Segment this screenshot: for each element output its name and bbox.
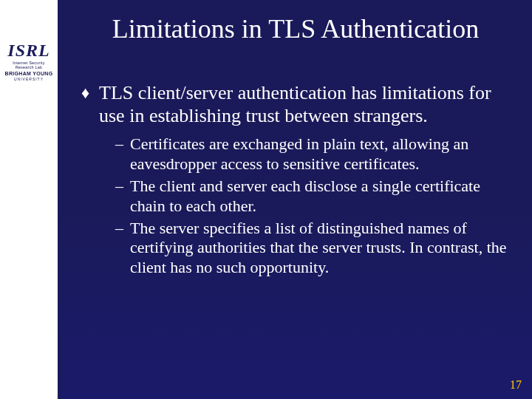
dash-bullet-icon: –: [115, 177, 130, 196]
page-number: 17: [510, 378, 522, 392]
sub-bullet-text: The server specifies a list of distingui…: [130, 219, 510, 277]
sub-bullet-text: The client and server each disclose a si…: [130, 177, 510, 216]
logo-university: BRIGHAM YOUNG: [3, 71, 55, 77]
logo-subtitle: Internet Security Research Lab: [3, 61, 55, 69]
logo-main: ISRL: [3, 41, 55, 59]
content-area: ♦ TLS client/server authentication has l…: [81, 81, 510, 280]
sub-bullet-text: Certificates are exchanged in plain text…: [130, 134, 510, 174]
slide-title: Limitations in TLS Authentication: [74, 13, 517, 44]
sub-list: – Certificates are exchanged in plain te…: [115, 134, 510, 277]
bullet-item: ♦ TLS client/server authentication has l…: [81, 81, 510, 127]
list-item: – The client and server each disclose a …: [115, 177, 510, 216]
sidebar: ISRL Internet Security Research Lab BRIG…: [0, 0, 58, 399]
diamond-bullet-icon: ♦: [81, 81, 99, 103]
bullet-text: TLS client/server authentication has lim…: [99, 81, 510, 127]
logo: ISRL Internet Security Research Lab BRIG…: [3, 41, 55, 81]
list-item: – Certificates are exchanged in plain te…: [115, 134, 510, 174]
slide: ISRL Internet Security Research Lab BRIG…: [0, 0, 532, 399]
list-item: – The server specifies a list of disting…: [115, 219, 510, 277]
dash-bullet-icon: –: [115, 219, 130, 238]
dash-bullet-icon: –: [115, 134, 130, 154]
logo-university-sub: UNIVERSITY: [3, 77, 55, 81]
divider: [58, 0, 61, 399]
